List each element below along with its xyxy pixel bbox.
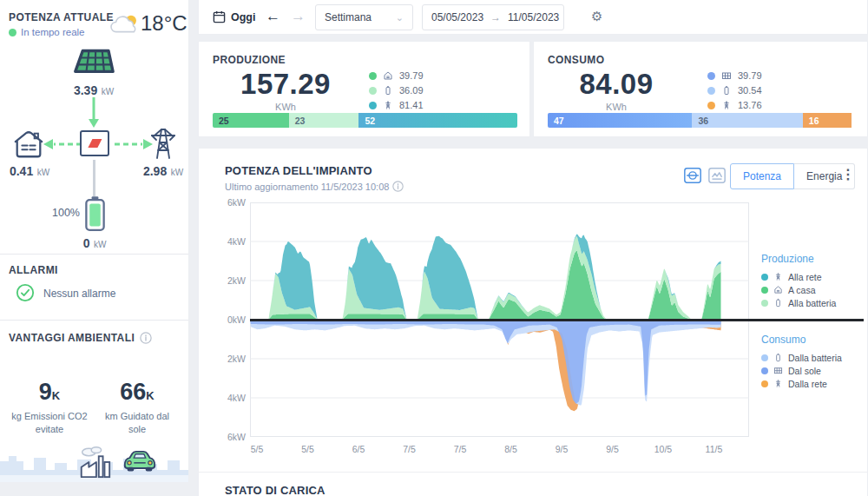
legend-item-alla-rete[interactable]: Alla rete <box>761 270 864 283</box>
legend-item-alla-batteria[interactable]: Alla batteria <box>761 296 864 309</box>
x-tick-label: 9/5 <box>599 444 627 454</box>
alarm-status: Nessun allarme <box>43 288 115 300</box>
co2-stat: 9K kg Emissioni CO2 evitate <box>10 379 89 436</box>
y-tick-label: 4kW <box>218 393 246 403</box>
legend-item-dal-sole[interactable]: Dal sole <box>761 364 864 377</box>
battery-icon <box>721 85 732 96</box>
production-title: PRODUZIONE <box>213 54 286 66</box>
panel-icon <box>721 70 732 81</box>
x-tick-label: 9/5 <box>548 444 575 454</box>
house-icon <box>773 285 783 294</box>
flow-arrow-down-icon <box>89 97 99 129</box>
chevron-down-icon: ⌄ <box>396 12 404 23</box>
y-tick-label: 4kW <box>218 236 246 247</box>
chart-title: POTENZA DELL'IMPIANTO <box>225 164 372 177</box>
date-to: 11/05/2023 <box>508 11 559 23</box>
info-icon[interactable] <box>140 332 152 344</box>
consumption-legend-solar: 39.79 <box>707 70 762 81</box>
consumption-bar: 47 36 16 <box>548 113 855 128</box>
arrow-right-icon: → <box>490 11 501 23</box>
x-tick-label: 7/5 <box>395 444 423 454</box>
x-tick-label: 5/5 <box>243 444 271 454</box>
x-tick-label: 5/5 <box>294 444 322 454</box>
sidebar: POTENZA ATTUALE In tempo reale 18°C 3.3 <box>0 0 189 482</box>
production-bar: 25 23 52 <box>213 113 517 128</box>
alarms-section: ALLARMI Nessun allarme <box>0 254 188 320</box>
consumption-title: CONSUMO <box>548 54 604 66</box>
check-circle-icon <box>16 283 35 302</box>
battery-percent: 100% <box>43 207 80 219</box>
consumption-card: CONSUMO 84.09 KWh 39.79 30.54 13.76 47 3… <box>533 41 868 137</box>
km-stat: 66K km Guidato dal sole <box>95 379 179 436</box>
kebab-menu-icon[interactable]: ⋮ <box>841 166 855 182</box>
prev-period-button[interactable]: ← <box>266 8 280 25</box>
legend-production-title: Produzione <box>761 253 864 265</box>
battery-icon <box>773 298 783 308</box>
current-power-section: POTENZA ATTUALE In tempo reale 18°C 3.3 <box>0 0 188 254</box>
realtime-label: In tempo reale <box>21 27 85 37</box>
x-tick-label: 11/5 <box>700 444 727 454</box>
panel-icon <box>773 366 783 375</box>
solar-panel-icon <box>73 49 115 78</box>
grid-pylon-icon <box>146 125 181 160</box>
next-period-button[interactable]: → <box>291 8 306 25</box>
house-power-value: 0.41 kW <box>3 163 56 179</box>
period-select[interactable]: Settimana ⌄ <box>315 4 413 30</box>
battery-icon <box>383 85 393 96</box>
production-legend-grid: 81.41 <box>369 100 424 110</box>
legend-item-dalla-batteria[interactable]: Dalla batteria <box>761 351 864 364</box>
y-tick-label: 6kW <box>218 197 246 208</box>
environment-title: VANTAGGI AMBIENTALI <box>9 332 135 344</box>
settings-gear-icon[interactable]: ⚙ <box>591 9 602 24</box>
production-legend-house: 39.79 <box>369 70 424 81</box>
flow-arrow-left-icon <box>43 139 83 149</box>
plant-power-card: POTENZA DELL'IMPIANTO Ultimo aggiornamen… <box>198 148 868 496</box>
chart-subtitle: Ultimo aggiornamento 11/5/2023 10:08 <box>225 181 404 192</box>
y-tick-label: 0kW <box>218 314 246 325</box>
chart-legend: Produzione Alla rete A casa Alla batteri… <box>761 253 864 390</box>
date-range-picker[interactable]: 05/05/2023 → 11/05/2023 <box>422 4 564 30</box>
house-icon <box>12 129 45 160</box>
bar-segment: 47 <box>548 113 692 128</box>
x-tick-label: 6/5 <box>345 444 372 454</box>
bar-segment: 52 <box>358 113 517 128</box>
factory-icon <box>76 443 113 479</box>
zoom-select-icon[interactable] <box>683 166 702 185</box>
today-label: Oggi <box>231 11 255 23</box>
production-total: 157.29 KWh <box>216 68 355 112</box>
period-value: Settimana <box>325 11 372 23</box>
state-of-charge-title: STATO DI CARICA <box>225 484 326 496</box>
x-tick-label: 8/5 <box>496 444 524 454</box>
pylon-icon <box>773 272 783 281</box>
info-icon[interactable] <box>392 181 404 192</box>
realtime-indicator: In tempo reale <box>9 27 85 37</box>
potenza-tab[interactable]: Potenza <box>730 163 794 189</box>
pylon-icon <box>773 379 783 388</box>
section-divider <box>199 472 868 473</box>
solar-power-value: 3.39 kW <box>68 83 120 98</box>
bar-segment: 16 <box>803 113 852 128</box>
house-icon <box>383 70 393 81</box>
y-tick-label: 2kW <box>218 275 246 286</box>
legend-item-dalla-rete[interactable]: Dalla rete <box>761 377 864 390</box>
legend-item-a-casa[interactable]: A casa <box>761 283 864 296</box>
bar-segment: 25 <box>213 113 289 128</box>
bar-segment: 23 <box>289 113 359 128</box>
battery-icon <box>773 353 783 362</box>
zoom-reset-icon[interactable] <box>707 166 727 185</box>
pylon-icon <box>383 100 393 110</box>
date-from: 05/05/2023 <box>431 11 483 23</box>
bar-segment: 36 <box>692 113 802 128</box>
toolbar: Oggi ← → Settimana ⌄ 05/05/2023 → 11/05/… <box>198 0 868 35</box>
weather-icon <box>108 12 141 36</box>
consumption-legend-grid: 13.76 <box>707 100 762 110</box>
consumption-total: 84.09 KWh <box>551 68 681 112</box>
current-power-title: POTENZA ATTUALE <box>9 11 114 23</box>
chart-mode-toggle: Potenza Energia <box>730 163 855 189</box>
production-legend-battery: 36.09 <box>369 85 424 96</box>
today-button[interactable]: Oggi <box>213 10 255 23</box>
production-card: PRODUZIONE 157.29 KWh 39.79 36.09 81.41 … <box>198 41 530 137</box>
inverter-icon <box>80 130 109 156</box>
battery-power-value: 0 kW <box>69 235 121 251</box>
y-tick-label: 6kW <box>218 432 246 442</box>
